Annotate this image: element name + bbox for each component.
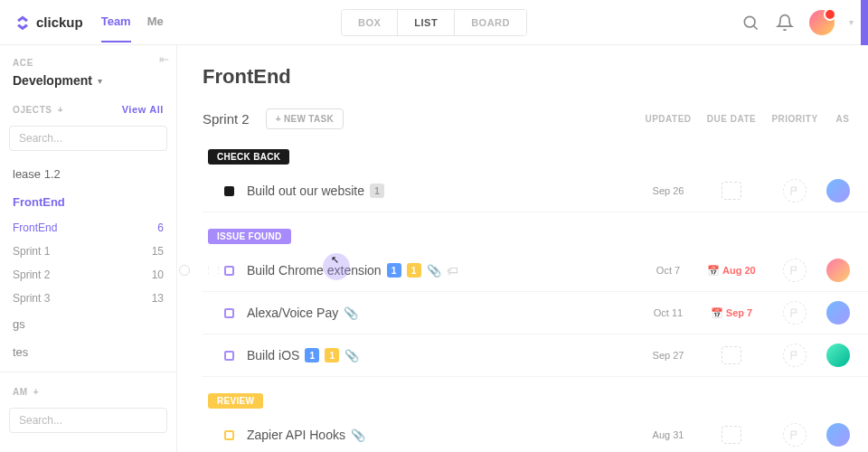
due-date-empty[interactable] (722, 346, 741, 364)
task-row[interactable]: Build iOS11📎Sep 27 (203, 334, 868, 377)
svg-point-0 (744, 16, 755, 27)
due-date-empty[interactable] (722, 426, 741, 444)
status-pill: CHECK BACK (208, 149, 289, 165)
due-date[interactable]: 📅 Sep 7 (711, 307, 752, 319)
col-priority: PRIORITY (763, 114, 826, 124)
task-title: Build Chrome extension (247, 263, 382, 278)
count-badge: 1 (387, 263, 401, 278)
add-team-icon[interactable]: + (33, 387, 39, 397)
team-header: AM+ (0, 381, 176, 404)
new-task-button[interactable]: + NEW TASK (266, 108, 344, 129)
task-row[interactable]: Build out our website1Sep 26 (203, 170, 868, 212)
accent-bar (861, 0, 868, 45)
priority-flag[interactable] (783, 423, 807, 447)
assignee-avatar[interactable] (826, 179, 850, 202)
task-title: Build out our website (247, 184, 364, 198)
attachment-icon[interactable]: 📎 (344, 349, 359, 363)
svg-line-1 (754, 25, 758, 29)
count-badge: 1 (305, 348, 319, 363)
view-board[interactable]: BOARD (454, 10, 526, 35)
task-title: Alexa/Voice Pay (247, 306, 338, 320)
view-box[interactable]: BOX (342, 10, 397, 35)
assignee-avatar[interactable] (826, 301, 850, 325)
count-badge: 1 (370, 184, 384, 198)
sidebar-item-tes[interactable]: tes (0, 338, 176, 366)
assignee-avatar[interactable] (826, 423, 850, 447)
drag-handle-icon[interactable]: ⋮⋮ (203, 265, 223, 277)
priority-flag[interactable] (783, 344, 807, 367)
tag-icon[interactable]: 🏷 (447, 264, 458, 278)
space-header[interactable]: Development ▾ (0, 73, 176, 99)
attachment-icon[interactable]: 📎 (351, 428, 365, 442)
task-row[interactable]: Zapier API Hooks📎Aug 31 (203, 414, 868, 452)
space-label: ACE (0, 58, 176, 73)
logo[interactable]: clickup (14, 14, 83, 31)
project-release[interactable]: lease 1.2 (0, 160, 176, 188)
sidebar-sub-frontend[interactable]: FrontEnd6 (0, 216, 176, 240)
col-updated: UPDATED (637, 114, 700, 124)
column-headers: UPDATED DUE DATE PRIORITY AS (637, 114, 868, 124)
user-avatar[interactable] (809, 10, 835, 35)
main-content: FrontEnd Sprint 2 + NEW TASK UPDATED DUE… (177, 45, 868, 452)
priority-flag[interactable] (783, 259, 807, 282)
col-assignee: AS (826, 114, 859, 124)
row-radio[interactable] (179, 265, 190, 276)
task-row[interactable]: ⋮⋮Build Chrome extension11📎🏷Oct 7📅 Aug 2… (203, 250, 868, 292)
bell-icon[interactable] (775, 13, 795, 33)
topbar: clickup Team Me BOX LIST BOARD ▾ (0, 0, 868, 45)
due-date[interactable]: 📅 Aug 20 (707, 265, 755, 277)
attachment-icon[interactable]: 📎 (427, 264, 441, 278)
chevron-down-icon[interactable]: ▾ (849, 17, 854, 27)
task-row[interactable]: Alexa/Voice Pay📎Oct 11📅 Sep 7 (203, 292, 868, 334)
task-title: Zapier API Hooks (247, 428, 345, 442)
assignee-avatar[interactable] (826, 259, 850, 282)
status-group: ISSUE FOUND⋮⋮Build Chrome extension11📎🏷O… (203, 229, 868, 377)
clickup-logo-icon (14, 14, 31, 31)
task-checkbox[interactable] (224, 351, 234, 361)
priority-flag[interactable] (783, 301, 807, 325)
tab-me[interactable]: Me (147, 2, 164, 42)
priority-flag[interactable] (783, 179, 807, 202)
updated-cell: Sep 27 (637, 350, 700, 361)
attachment-icon[interactable]: 📎 (344, 306, 358, 320)
task-checkbox[interactable] (224, 266, 234, 276)
projects-header: OJECTS+ View All (0, 99, 176, 122)
task-title: Build iOS (247, 348, 299, 363)
brand-text: clickup (36, 14, 83, 30)
sidebar: ⇤ ACE Development ▾ OJECTS+ View All Sea… (0, 45, 177, 452)
search-icon[interactable] (741, 13, 760, 33)
page-title: FrontEnd (203, 65, 868, 89)
sidebar-sub-sprint-2[interactable]: Sprint 210 (0, 263, 176, 287)
view-all-link[interactable]: View All (122, 104, 164, 115)
project-search-input[interactable]: Search... (9, 126, 167, 151)
due-date-empty[interactable] (722, 182, 741, 200)
task-checkbox[interactable] (224, 308, 234, 318)
projects-label: OJECTS (13, 105, 52, 115)
task-checkbox[interactable] (224, 430, 234, 440)
tab-team[interactable]: Team (101, 2, 131, 42)
project-frontend[interactable]: FrontEnd (0, 188, 176, 216)
sidebar-sub-sprint-3[interactable]: Sprint 313 (0, 287, 176, 310)
status-pill: REVIEW (208, 393, 263, 409)
task-checkbox[interactable] (224, 186, 234, 196)
sidebar-item-gs[interactable]: gs (0, 310, 176, 338)
sidebar-sub-sprint-1[interactable]: Sprint 115 (0, 240, 176, 263)
status-group: CHECK BACKBuild out our website1Sep 26 (203, 149, 868, 212)
view-switcher: BOX LIST BOARD (341, 9, 527, 36)
space-name: Development (13, 73, 92, 88)
view-list[interactable]: LIST (397, 10, 454, 35)
sprint-header: Sprint 2 + NEW TASK UPDATED DUE DATE PRI… (203, 108, 868, 129)
updated-cell: Oct 11 (637, 307, 700, 318)
sprint-title: Sprint 2 (203, 111, 250, 127)
count-badge: 1 (407, 263, 421, 278)
collapse-sidebar-icon[interactable]: ⇤ (159, 52, 169, 66)
updated-cell: Aug 31 (637, 429, 700, 440)
col-due: DUE DATE (700, 114, 763, 124)
team-label: AM (13, 387, 28, 397)
status-group: REVIEWZapier API Hooks📎Aug 31Sprint Plan… (203, 393, 868, 452)
updated-cell: Sep 26 (637, 185, 700, 196)
add-project-icon[interactable]: + (58, 105, 63, 115)
team-search-input[interactable]: Search... (9, 408, 167, 433)
top-tabs: Team Me (101, 2, 164, 42)
assignee-avatar[interactable] (826, 344, 850, 367)
